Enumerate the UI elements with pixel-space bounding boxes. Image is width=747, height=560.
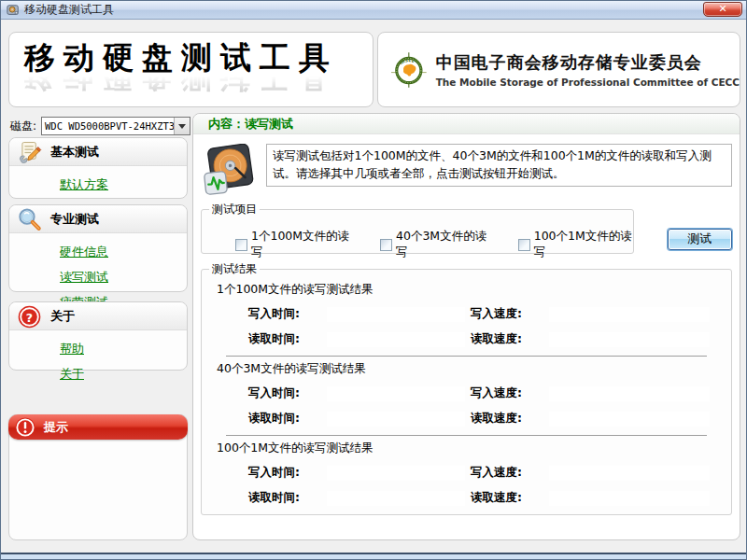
read-time-value: [327, 491, 465, 506]
test-items-group: 测试项目 1个100M文件的读写 40个3M文件的读写 100个1M文件的读写: [201, 202, 634, 254]
read-speed-label: 读取速度:: [471, 411, 543, 427]
disk-dropdown-value: WDC WD5000BPVT-24HXZT3: [42, 120, 174, 132]
write-time-label: 写入时间:: [248, 385, 321, 401]
checkbox-box-icon[interactable]: [380, 239, 392, 251]
organization-names: 中国电子商会移动存储专业委员会 The Mobile Storage of Pr…: [436, 51, 740, 88]
read-speed-value: [549, 332, 710, 347]
write-speed-label: 写入速度:: [471, 306, 543, 322]
write-time-value: [327, 307, 465, 322]
mscc-logo-icon: mscc: [391, 37, 427, 103]
window-bottom-frame: [1, 553, 746, 559]
panel-professional-test-header: 专业测试: [9, 205, 187, 233]
checkbox-100m-file[interactable]: 1个100M文件的读写: [235, 229, 350, 260]
link-about[interactable]: 关于: [60, 366, 187, 383]
content-header: 内容：读写测试: [193, 114, 740, 134]
panel-basic-test: 基本测试 默认方案: [8, 137, 188, 199]
panel-about-header: ? 关于: [9, 302, 187, 330]
write-speed-value: [549, 466, 710, 481]
close-button[interactable]: ✕: [703, 2, 742, 17]
content-panel: 内容：读写测试 读写测试包括对1个100M的文件、40个3M的文件和100个1: [192, 113, 740, 540]
test-items-legend: 测试项目: [209, 202, 260, 217]
panel-basic-test-header: 基本测试: [9, 138, 187, 166]
result-section-title: 40个3M文件的读写测试结果: [217, 361, 731, 377]
chevron-down-icon: [178, 124, 186, 129]
write-time-value: [327, 386, 465, 401]
write-time-label: 写入时间:: [248, 465, 321, 481]
window-title: 移动硬盘测试工具: [24, 2, 114, 18]
read-speed-label: 读取速度:: [471, 331, 543, 347]
section-divider: [226, 356, 707, 357]
result-section-title: 1个100M文件的读写测试结果: [217, 282, 731, 298]
link-hardware-info[interactable]: 硬件信息: [60, 244, 187, 260]
checkbox-1m-files[interactable]: 100个1M文件的读写: [518, 229, 633, 260]
link-default-plan[interactable]: 默认方案: [60, 176, 187, 193]
app-hard-drive-icon: [7, 4, 20, 17]
write-speed-label: 写入速度:: [471, 465, 543, 481]
svg-text:?: ?: [26, 311, 33, 325]
write-speed-label: 写入速度:: [471, 385, 543, 401]
organization-name-en: The Mobile Storage of Professional Commi…: [436, 77, 740, 88]
organization-name-cn: 中国电子商会移动存储专业委员会: [436, 51, 740, 74]
read-time-label: 读取时间:: [248, 411, 321, 427]
read-time-value: [327, 412, 465, 427]
test-results-group: 测试结果 1个100M文件的读写测试结果 写入时间: 写入速度: 读取时间: 读…: [201, 261, 732, 515]
read-time-label: 读取时间:: [248, 331, 321, 347]
section-divider: [226, 435, 707, 436]
read-speed-value: [549, 412, 710, 427]
link-help[interactable]: 帮助: [60, 341, 187, 357]
checkbox-box-icon[interactable]: [235, 239, 247, 251]
question-badge-icon: ?: [17, 304, 42, 329]
app-title-banner: 移动硬盘测试工具 移动硬盘测试工具: [8, 32, 374, 107]
magnifier-icon: [17, 207, 42, 232]
exclamation-badge-icon: [14, 416, 36, 439]
checkbox-1m-label: 100个1M文件的读写: [534, 229, 633, 260]
link-read-write-test[interactable]: 读写测试: [60, 269, 187, 286]
titlebar: 移动硬盘测试工具 ✕: [1, 1, 746, 20]
panel-tip: 提示: [8, 414, 188, 540]
disk-selector-row: 磁盘: WDC WD5000BPVT-24HXZT3: [10, 117, 190, 135]
panel-basic-test-title: 基本测试: [50, 144, 99, 161]
panel-professional-test: 专业测试 硬件信息 读写测试 疲劳测试: [8, 204, 188, 292]
read-time-label: 读取时间:: [248, 490, 321, 506]
panel-about-title: 关于: [50, 308, 75, 325]
checkbox-box-icon[interactable]: [518, 239, 530, 251]
checkbox-3m-files[interactable]: 40个3M文件的读写: [380, 229, 488, 260]
panel-tip-title: 提示: [44, 419, 68, 436]
write-speed-value: [549, 386, 710, 401]
read-speed-value: [549, 491, 710, 506]
read-time-value: [327, 332, 465, 347]
write-speed-value: [549, 307, 710, 322]
panel-tip-header: 提示: [8, 414, 188, 440]
panel-about: ? 关于 帮助 关于: [8, 301, 188, 371]
test-results-legend: 测试结果: [209, 261, 260, 277]
result-section-title: 100个1M文件的读写测试结果: [217, 441, 731, 456]
disk-label: 磁盘:: [10, 119, 36, 134]
test-button[interactable]: 测试: [668, 229, 732, 250]
panel-professional-test-title: 专业测试: [50, 211, 99, 228]
organization-banner: mscc 中国电子商会移动存储专业委员会 The Mobile Storage …: [377, 32, 740, 107]
app-window: 移动硬盘测试工具 ✕ 移动硬盘测试工具 移动硬盘测试工具 mscc 中国电子商会…: [0, 0, 747, 560]
checkbox-3m-label: 40个3M文件的读写: [396, 229, 488, 260]
app-title-reflection: 移动硬盘测试工具: [24, 70, 373, 94]
disk-dropdown[interactable]: WDC WD5000BPVT-24HXZT3: [41, 117, 190, 135]
result-section-1m: 100个1M文件的读写测试结果 写入时间: 写入速度: 读取时间: 读取速度:: [202, 441, 731, 506]
checkbox-100m-label: 1个100M文件的读写: [251, 229, 350, 260]
hard-disk-icon: [203, 144, 255, 196]
read-speed-label: 读取速度:: [471, 490, 543, 506]
write-time-label: 写入时间:: [248, 306, 321, 322]
dropdown-arrow-button[interactable]: [174, 118, 190, 134]
test-description: 读写测试包括对1个100M的文件、40个3M的文件和100个1M的文件的读取和写…: [266, 144, 732, 187]
write-time-value: [327, 466, 465, 481]
notes-pencil-icon: [17, 140, 42, 165]
result-section-100m: 1个100M文件的读写测试结果 写入时间: 写入速度: 读取时间: 读取速度:: [202, 282, 731, 347]
result-section-3m: 40个3M文件的读写测试结果 写入时间: 写入速度: 读取时间: 读取速度:: [202, 361, 731, 427]
